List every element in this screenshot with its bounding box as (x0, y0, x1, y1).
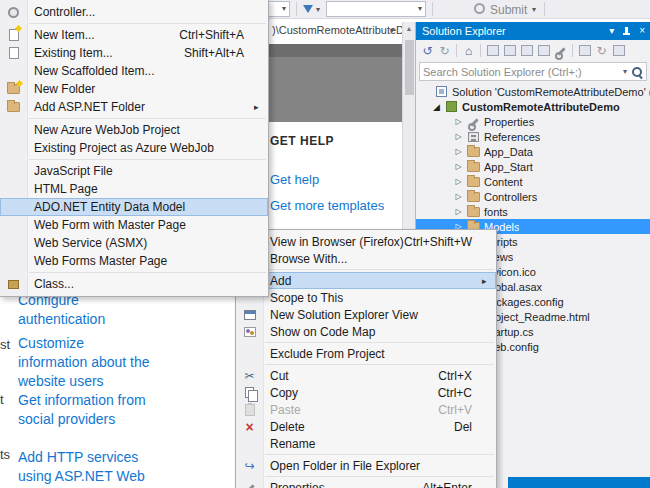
expanded-arrow-icon[interactable]: ◢ (430, 102, 443, 112)
collapsed-arrow-icon[interactable]: ▷ (452, 192, 465, 201)
pin-icon[interactable] (622, 26, 631, 37)
chevron-down-icon: ▾ (418, 5, 422, 13)
submit-button[interactable]: Submit (490, 3, 527, 17)
menu-item-open-folder-in-file-explorer[interactable]: ↪Open Folder in File Explorer (236, 457, 496, 474)
solution-icon (433, 86, 450, 97)
tree-item-customremoteattributedemo[interactable]: ◢CustomRemoteAttributeDemo (416, 99, 650, 114)
menu-item-class[interactable]: Class... (0, 275, 268, 293)
flask-icon[interactable] (303, 5, 313, 13)
tree-item-content[interactable]: ▷Content (416, 174, 650, 189)
tree-item-fonts[interactable]: ▷fonts (416, 204, 650, 219)
menu-item-javascript-file[interactable]: JavaScript File (0, 162, 268, 180)
menu-item-add-asp-net-folder[interactable]: Add ASP.NET Folder▸ (0, 98, 268, 116)
menu-item-show-on-code-map[interactable]: Show on Code Map (236, 323, 496, 340)
search-input[interactable] (423, 66, 619, 78)
menu-item-ado-net-entity-data-model[interactable]: ADO.NET Entity Data Model (0, 198, 268, 216)
tree-item-solution-customremoteattributedemo-1-proje[interactable]: Solution 'CustomRemoteAttributeDemo' (1 … (416, 84, 650, 99)
menu-item-web-forms-master-page[interactable]: Web Forms Master Page (0, 252, 268, 270)
chevron-down-icon[interactable]: ▾ (619, 67, 631, 76)
pending-changes-filter-button[interactable] (536, 43, 551, 59)
bottom-panel-fragment (508, 477, 650, 488)
close-icon[interactable]: × (639, 26, 645, 36)
collapsed-arrow-icon[interactable]: ▷ (452, 132, 465, 141)
tree-item-label: References (482, 131, 540, 143)
solution-explorer-titlebar[interactable]: Solution Explorer ▾ × (416, 22, 650, 40)
menu-item-add[interactable]: Add▸ (236, 272, 496, 289)
get-help-link[interactable]: Get help (270, 172, 319, 187)
menu-separator (265, 454, 494, 455)
menu-item-web-form-with-master-page[interactable]: Web Form with Master Page (0, 216, 268, 234)
project-context-menu: View in Browser (Firefox)Ctrl+Shift+WBro… (235, 229, 497, 488)
menu-item-new-azure-webjob-project[interactable]: New Azure WebJob Project (0, 121, 268, 139)
properties-icon (236, 482, 263, 488)
back-button[interactable]: ↺ (420, 43, 435, 59)
toolbar-combobox-2[interactable]: ▾ (326, 1, 426, 17)
page-link-4[interactable]: Add HTTP services using ASP.NET Web API (18, 448, 150, 488)
image-header-band (268, 44, 402, 57)
cut-icon: ✂ (236, 370, 263, 382)
window-position-icon[interactable]: ▾ (609, 26, 614, 36)
page-link-2[interactable]: Customize information about the website … (18, 334, 150, 391)
forward-button[interactable]: ↻ (437, 43, 452, 59)
collapsed-arrow-icon[interactable]: ▷ (452, 177, 465, 186)
editor-scrollbar[interactable]: ▲ (402, 22, 415, 229)
tree-item-references[interactable]: ▷References (416, 129, 650, 144)
menu-item-web-service-asmx[interactable]: Web Service (ASMX) (0, 234, 268, 252)
tree-item-label: CustomRemoteAttributeDemo (460, 101, 620, 113)
menu-item-copy[interactable]: CopyCtrl+C (236, 384, 496, 401)
page-link-3[interactable]: Get information from social providers (18, 391, 150, 429)
menu-item-label: New Solution Explorer View (263, 308, 472, 322)
scrollbar-thumb[interactable] (405, 40, 414, 95)
show-all-files-button[interactable] (577, 43, 592, 59)
switch-views-button[interactable] (485, 43, 500, 59)
menu-item-view-in-browser-firefox[interactable]: View in Browser (Firefox)Ctrl+Shift+W (236, 233, 496, 250)
menu-separator (29, 272, 266, 273)
refresh-icon: ↻ (596, 45, 606, 57)
new-item-icon (9, 29, 19, 41)
menu-item-label: Controller... (27, 5, 244, 19)
preview-selected-items-button[interactable] (611, 43, 626, 59)
home-button[interactable]: ⌂ (461, 43, 476, 59)
chevron-down-icon[interactable]: ▾ (316, 6, 320, 14)
menu-item-paste[interactable]: PasteCtrl+V (236, 401, 496, 418)
collapsed-arrow-icon[interactable]: ▷ (452, 207, 465, 216)
menu-item-browse-with[interactable]: Browse With... (236, 250, 496, 267)
get-more-templates-link[interactable]: Get more templates (270, 198, 384, 213)
chevron-down-icon[interactable]: ▾ (532, 6, 536, 14)
sync-with-active-document-button[interactable] (502, 43, 517, 59)
menu-item-scope-to-this[interactable]: Scope to This (236, 289, 496, 306)
menu-item-label: Exclude From Project (263, 347, 472, 361)
aspnet-folder-icon (7, 102, 20, 112)
tree-item-app-data[interactable]: ▷App_Data (416, 144, 650, 159)
menu-item-controller[interactable]: Controller... (0, 3, 268, 21)
menu-item-existing-item[interactable]: Existing Item...Shift+Alt+A (0, 44, 268, 62)
menu-item-existing-project-as-azure-webjob[interactable]: Existing Project as Azure WebJob (0, 139, 268, 157)
collapsed-arrow-icon[interactable]: ▷ (452, 117, 465, 126)
menu-item-shortcut: Ctrl+Shift+A (179, 28, 254, 42)
tree-item-app-start[interactable]: ▷App_Start (416, 159, 650, 174)
toolbar-separator (480, 44, 481, 57)
properties-wrench-button[interactable] (553, 43, 568, 59)
scrollbar-up-icon[interactable]: ▲ (403, 22, 415, 35)
chevron-down-icon[interactable]: ▾ (390, 27, 394, 35)
refresh-button[interactable]: ↻ (594, 43, 609, 59)
menu-item-new-solution-explorer-view[interactable]: New Solution Explorer View (236, 306, 496, 323)
collapsed-arrow-icon[interactable]: ▷ (452, 162, 465, 171)
search-icon[interactable] (631, 66, 643, 78)
menu-item-html-page[interactable]: HTML Page (0, 180, 268, 198)
menu-item-delete[interactable]: ×DeleteDel (236, 418, 496, 435)
collapsed-arrow-icon[interactable]: ▷ (452, 147, 465, 156)
menu-item-new-scaffolded-item[interactable]: New Scaffolded Item... (0, 62, 268, 80)
menu-item-cut[interactable]: ✂CutCtrl+X (236, 367, 496, 384)
menu-item-rename[interactable]: Rename (236, 435, 496, 452)
menu-separator (29, 159, 266, 160)
forward-icon: ↻ (439, 45, 449, 57)
menu-item-properties[interactable]: PropertiesAlt+Enter (236, 479, 496, 488)
tree-item-controllers[interactable]: ▷Controllers (416, 189, 650, 204)
tree-item-properties[interactable]: ▷Properties (416, 114, 650, 129)
menu-item-new-item[interactable]: New Item...Ctrl+Shift+A (0, 26, 268, 44)
collapse-all-button[interactable] (519, 43, 534, 59)
menu-item-new-folder[interactable]: New Folder (0, 80, 268, 98)
menu-item-label: New Item... (27, 28, 179, 42)
menu-item-exclude-from-project[interactable]: Exclude From Project (236, 345, 496, 362)
